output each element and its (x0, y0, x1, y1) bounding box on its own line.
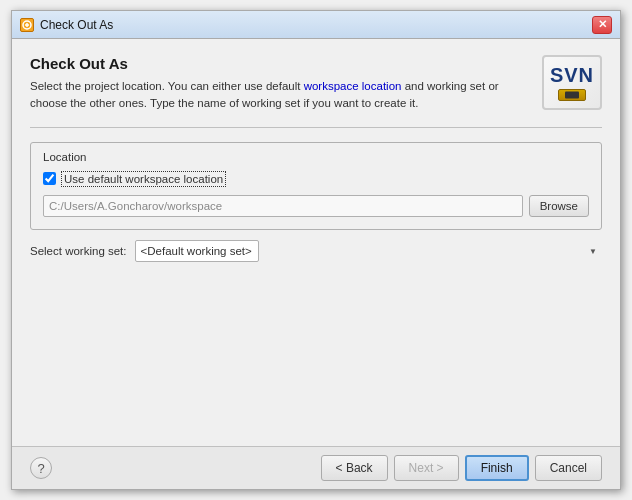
dialog: Check Out As ✕ Check Out As Select the p… (11, 10, 621, 490)
header-divider (30, 127, 602, 128)
close-button[interactable]: ✕ (592, 16, 612, 34)
svn-logo: SVN (542, 55, 602, 110)
default-workspace-row: Use default workspace location (43, 171, 589, 187)
path-input[interactable] (43, 195, 523, 217)
working-set-row: Select working set: <Default working set… (30, 240, 602, 262)
svn-label: SVN (550, 64, 594, 87)
title-bar-left: Check Out As (20, 18, 113, 32)
page-description: Select the project location. You can eit… (30, 78, 532, 113)
back-button[interactable]: < Back (321, 455, 388, 481)
location-group: Location Use default workspace location … (30, 142, 602, 230)
dialog-icon (20, 18, 34, 32)
desc-highlight1: workspace location (304, 80, 402, 92)
title-bar-label: Check Out As (40, 18, 113, 32)
spacer (30, 272, 602, 437)
default-workspace-checkbox[interactable] (43, 172, 56, 185)
desc-text3: choose the other ones. Type the name of … (30, 97, 418, 109)
title-bar: Check Out As ✕ (12, 11, 620, 39)
desc-text2: and working set or (401, 80, 498, 92)
desc-text1: Select the project location. You can eit… (30, 80, 304, 92)
next-button[interactable]: Next > (394, 455, 459, 481)
path-row: Browse (43, 195, 589, 217)
working-set-label: Select working set: (30, 245, 127, 257)
cancel-button[interactable]: Cancel (535, 455, 602, 481)
nav-buttons: < Back Next > Finish Cancel (321, 455, 602, 481)
button-bar: ? < Back Next > Finish Cancel (12, 446, 620, 489)
header-row: Check Out As Select the project location… (30, 55, 602, 113)
browse-button[interactable]: Browse (529, 195, 589, 217)
svn-chip (558, 89, 586, 101)
default-workspace-label: Use default workspace location (61, 171, 226, 187)
finish-button[interactable]: Finish (465, 455, 529, 481)
main-content: Check Out As Select the project location… (12, 39, 620, 446)
working-set-select-wrapper: <Default working set> (135, 240, 602, 262)
header-text: Check Out As Select the project location… (30, 55, 532, 113)
working-set-select[interactable]: <Default working set> (135, 240, 259, 262)
page-title: Check Out As (30, 55, 532, 72)
location-group-label: Location (43, 151, 589, 163)
help-button[interactable]: ? (30, 457, 52, 479)
